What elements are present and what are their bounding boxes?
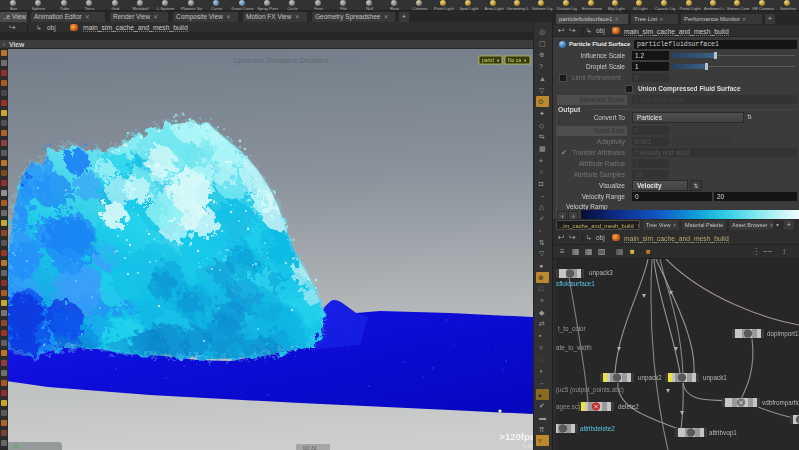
svg-text:ate_to_width: ate_to_width (556, 344, 592, 352)
svg-text:sfluidsurface1: sfluidsurface1 (556, 280, 595, 287)
svg-text:✕: ✕ (738, 399, 743, 406)
svg-text:00:32: 00:32 (303, 445, 317, 450)
svg-text:unpack1: unpack1 (703, 374, 727, 382)
svg-text:(uc5 (output_points.abc): (uc5 (output_points.abc) (556, 386, 624, 394)
svg-text:delete2: delete2 (618, 403, 639, 410)
svg-text:t_to_color: t_to_color (558, 325, 586, 333)
svg-text:dopimport1: dopimport1 (767, 330, 799, 338)
svg-text:attribdelete2: attribdelete2 (580, 425, 615, 432)
svg-text:attribvop1: attribvop1 (709, 429, 737, 437)
svg-text:unpack2: unpack2 (638, 374, 662, 382)
svg-text:>120fps: >120fps (499, 431, 533, 442)
svg-text:agee.sc): agee.sc) (556, 403, 580, 411)
svg-text:5.4fps: 5.4fps (523, 443, 533, 449)
svg-text:✕: ✕ (593, 403, 598, 410)
svg-text:Dynamics Simulation Disabled: Dynamics Simulation Disabled (233, 57, 328, 65)
svg-text:partcl: partcl (482, 57, 494, 63)
svg-text:vdbfromparticl: vdbfromparticl (762, 399, 799, 407)
svg-text:unpack3: unpack3 (589, 269, 613, 277)
